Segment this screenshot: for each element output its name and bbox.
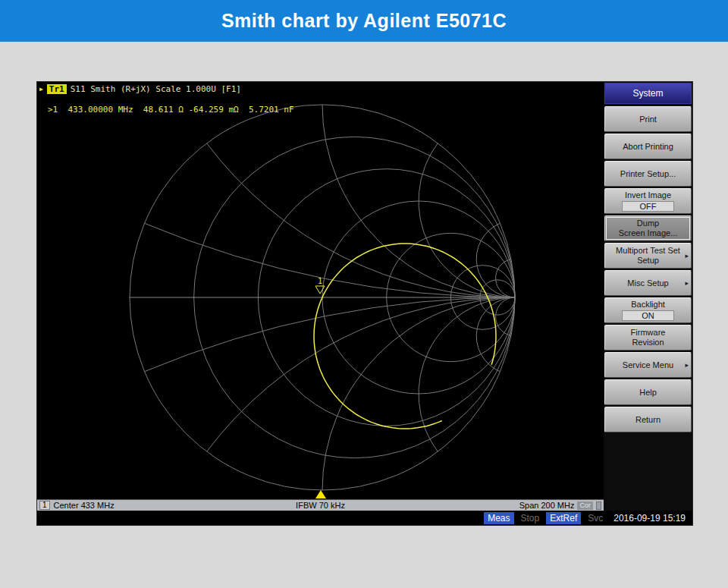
status-indicator-extref: ExtRef <box>546 512 581 524</box>
softkey-label: Misc Setup <box>627 278 668 288</box>
ifbw-label: IFBW 70 kHz <box>296 501 345 510</box>
softkey-label: Printer Setup... <box>620 169 676 179</box>
main-row: 1 ▶Tr1S11 Smith (R+jX) Scale 1.000U [F1]… <box>37 82 692 511</box>
softkey-backlight[interactable]: BacklightON <box>604 297 692 323</box>
smith-chart: 1 <box>37 82 604 499</box>
softkey-misc-setup[interactable]: Misc Setup▸ <box>604 270 692 296</box>
softkey-return[interactable]: Return <box>604 407 692 432</box>
center-frequency-label: Center 433 MHz <box>54 501 115 510</box>
softkey-invert-image[interactable]: Invert ImageOFF <box>604 188 692 214</box>
marker-1-label: 1 <box>318 277 322 285</box>
span-label: Span 200 MHz <box>519 501 575 510</box>
softkey-label: Service Menu <box>623 360 673 370</box>
s11-trace <box>314 244 496 429</box>
bottom-status-bar: MeasStopExtRefSvc2016-09-19 15:19 <box>37 511 692 525</box>
softkey-label: Screen Image... <box>619 228 678 238</box>
softkey-label: Backlight <box>631 300 665 310</box>
correction-badge: Cor <box>577 502 593 510</box>
stimulus-status-bar: 1 Center 433 MHz IFBW 70 kHz Span 200 MH… <box>37 499 604 511</box>
softkey-label: Firmware <box>631 328 666 338</box>
softkey-label: Invert Image <box>625 190 671 200</box>
softkey-dump[interactable]: DumpScreen Image... <box>604 215 692 241</box>
submenu-arrow-icon: ▸ <box>685 278 689 288</box>
status-indicator-svc: Svc <box>584 512 607 524</box>
softkey-help[interactable]: Help <box>604 379 692 405</box>
status-bar-grip[interactable] <box>596 502 601 510</box>
submenu-arrow-icon: ▸ <box>685 251 689 261</box>
softkey-label: Help <box>639 388 657 398</box>
stimulus-marker-icon <box>315 490 326 498</box>
softkey-label: Multiport Test Set <box>616 246 680 256</box>
analyzer-screenshot: 1 ▶Tr1S11 Smith (R+jX) Scale 1.000U [F1]… <box>36 81 693 526</box>
trace-format-label: S11 Smith (R+jX) Scale 1.000U [F1] <box>71 84 241 94</box>
softkey-service-menu[interactable]: Service Menu▸ <box>604 352 692 378</box>
status-indicator-2016-09-19-15-19: 2016-09-19 15:19 <box>610 512 689 524</box>
softkey-menu-title: System <box>604 83 692 104</box>
softkey-abort-printing[interactable]: Abort Printing <box>604 134 692 159</box>
softkey-label: Return <box>635 415 661 425</box>
status-indicator-meas: Meas <box>484 512 513 524</box>
softkey-label: Revision <box>632 338 664 347</box>
trace-badge: Tr1 <box>47 84 67 94</box>
page-title: Smith chart by Agilent E5071C <box>221 10 507 32</box>
softkey-label: Dump <box>637 219 659 228</box>
softkey-multiport-test-set[interactable]: Multiport Test SetSetup▸ <box>604 243 692 269</box>
softkey-label: ON <box>622 310 675 321</box>
softkey-printer-setup[interactable]: Printer Setup... <box>604 161 692 187</box>
active-trace-indicator-icon: ▶ <box>39 85 43 93</box>
softkey-print[interactable]: Print <box>604 106 692 132</box>
status-bar-right: Span 200 MHz Cor <box>519 501 601 510</box>
softkey-panel: System PrintAbort PrintingPrinter Setup.… <box>604 82 692 511</box>
softkey-label: Print <box>639 115 657 124</box>
marker-readout: >1 433.00000 MHz 48.611 Ω -64.259 mΩ 5.7… <box>48 105 294 115</box>
softkey-label: OFF <box>622 201 675 212</box>
page-header: Smith chart by Agilent E5071C <box>0 0 728 42</box>
softkey-label: Abort Printing <box>623 142 673 152</box>
softkey-firmware[interactable]: FirmwareRevision <box>604 325 692 351</box>
softkey-label: Setup <box>637 256 659 266</box>
measurement-screen: 1 ▶Tr1S11 Smith (R+jX) Scale 1.000U [F1]… <box>37 82 604 499</box>
submenu-arrow-icon: ▸ <box>685 360 689 370</box>
screen-column: 1 ▶Tr1S11 Smith (R+jX) Scale 1.000U [F1]… <box>37 82 604 511</box>
status-indicator-stop: Stop <box>517 512 544 524</box>
channel-indicator: 1 <box>39 501 50 510</box>
trace-bar: ▶Tr1S11 Smith (R+jX) Scale 1.000U [F1] <box>39 84 241 94</box>
